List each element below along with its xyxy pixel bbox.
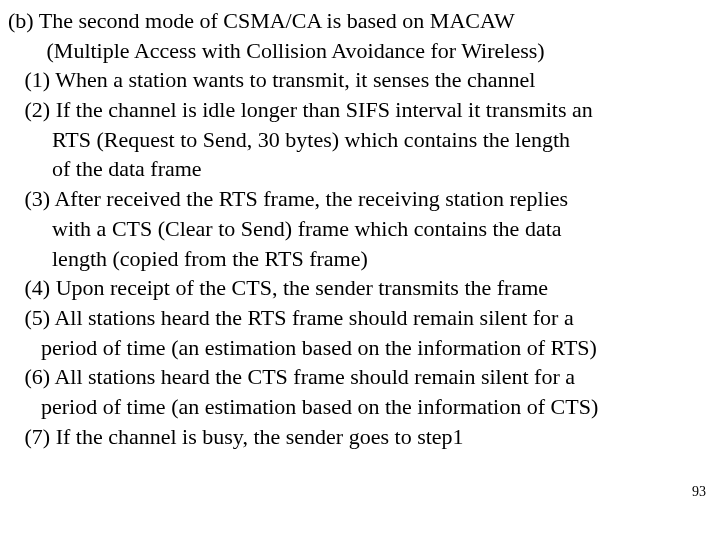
text-line: period of time (an estimation based on t… <box>8 392 712 422</box>
text-line: (6) All stations heard the CTS frame sho… <box>8 362 712 392</box>
text-line: (2) If the channel is idle longer than S… <box>8 95 712 125</box>
text-line: length (copied from the RTS frame) <box>8 244 712 274</box>
text-line: of the data frame <box>8 154 712 184</box>
slide-page: (b) The second mode of CSMA/CA is based … <box>0 0 720 540</box>
text-line: (5) All stations heard the RTS frame sho… <box>8 303 712 333</box>
text-line: (b) The second mode of CSMA/CA is based … <box>8 6 712 36</box>
text-line: period of time (an estimation based on t… <box>8 333 712 363</box>
text-line: with a CTS (Clear to Send) frame which c… <box>8 214 712 244</box>
text-line: (4) Upon receipt of the CTS, the sender … <box>8 273 712 303</box>
page-number: 93 <box>692 483 706 502</box>
text-line: RTS (Request to Send, 30 bytes) which co… <box>8 125 712 155</box>
text-line: (7) If the channel is busy, the sender g… <box>8 422 712 452</box>
text-line: (3) After received the RTS frame, the re… <box>8 184 712 214</box>
text-line: (Multiple Access with Collision Avoidanc… <box>8 36 712 66</box>
text-line: (1) When a station wants to transmit, it… <box>8 65 712 95</box>
